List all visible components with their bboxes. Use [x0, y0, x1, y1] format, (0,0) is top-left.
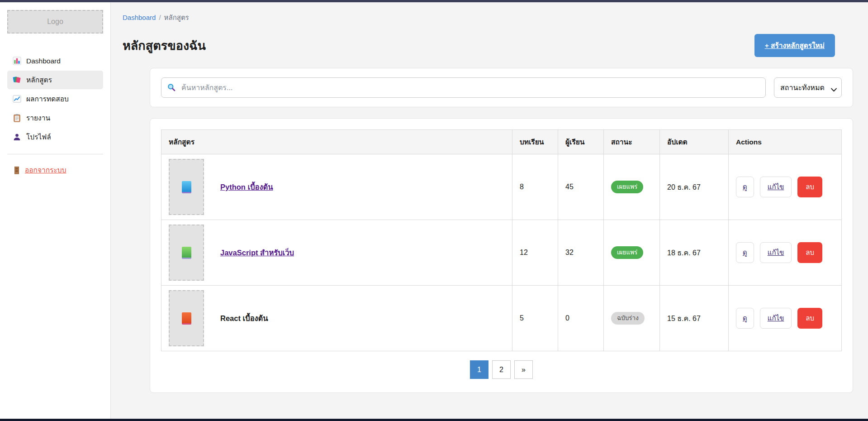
search-wrap	[161, 77, 766, 98]
main-content: Dashboard/หลักสูตร หลักสูตรของฉัน + สร้า…	[111, 2, 868, 419]
breadcrumb-separator: /	[159, 14, 161, 21]
actions-cell: ดู แก้ไข ลบ	[736, 177, 834, 197]
status-badge: เผยแพร่	[611, 246, 643, 259]
page-header: หลักสูตรของฉัน + สร้างหลักสูตรใหม่	[123, 34, 853, 57]
delete-button[interactable]: ลบ	[797, 242, 822, 263]
lessons-count: 5	[512, 286, 558, 351]
sidebar-item-label: ผลการทดสอบ	[26, 93, 69, 105]
course-title-link[interactable]: JavaScript สำหรับเว็บ	[220, 247, 294, 258]
lessons-count: 12	[512, 220, 558, 286]
course-title-text: React เบื้องต้น	[220, 312, 268, 324]
sidebar-divider	[7, 154, 103, 154]
course-thumbnail-placeholder	[169, 290, 204, 346]
sidebar-item-test-results[interactable]: ผลการทดสอบ	[7, 90, 103, 108]
green-book-icon	[182, 247, 191, 259]
status-filter-select[interactable]: สถานะทั้งหมด	[774, 77, 842, 98]
course-cell: Python เบื้องต้น	[169, 159, 505, 215]
course-thumbnail-placeholder	[169, 225, 204, 281]
breadcrumb: Dashboard/หลักสูตร	[123, 12, 853, 23]
search-icon	[167, 83, 176, 92]
course-cell: JavaScript สำหรับเว็บ	[169, 225, 505, 281]
status-badge: เผยแพร่	[611, 181, 643, 193]
lessons-count: 8	[512, 154, 558, 220]
breadcrumb-dashboard-link[interactable]: Dashboard	[123, 14, 156, 21]
course-title-link[interactable]: Python เบื้องต้น	[220, 181, 273, 193]
courses-table-card: หลักสูตร บทเรียน ผู้เรียน สถานะ อัปเดต A…	[150, 118, 853, 393]
bar-chart-icon	[13, 57, 21, 65]
header-status: สถานะ	[604, 130, 660, 154]
actions-cell: ดู แก้ไข ลบ	[736, 242, 834, 263]
sidebar-item-reports[interactable]: รายงาน	[7, 109, 103, 127]
orange-book-icon	[182, 312, 191, 325]
content-inner: สถานะทั้งหมด หลักสูตร	[150, 68, 853, 393]
view-button[interactable]: ดู	[736, 242, 754, 263]
header-updated: อัปเดต	[660, 130, 729, 154]
app-shell: Logo Dashboard หลักสูตร ผลการทดสอบ	[0, 2, 868, 419]
delete-button[interactable]: ลบ	[797, 177, 822, 197]
logo-placeholder: Logo	[7, 10, 103, 33]
updated-date: 18 ธ.ค. 67	[660, 220, 729, 286]
door-icon	[13, 166, 21, 174]
actions-cell: ดู แก้ไข ลบ	[736, 308, 834, 329]
view-button[interactable]: ดู	[736, 308, 754, 329]
header-actions: Actions	[729, 130, 842, 154]
logo-text: Logo	[47, 18, 63, 26]
students-count: 32	[558, 220, 604, 286]
blue-book-icon	[182, 181, 191, 193]
header-students: ผู้เรียน	[558, 130, 604, 154]
status-filter-wrap: สถานะทั้งหมด	[774, 77, 842, 98]
filter-bar: สถานะทั้งหมด	[150, 68, 853, 107]
updated-date: 20 ธ.ค. 67	[660, 154, 729, 220]
courses-table: หลักสูตร บทเรียน ผู้เรียน สถานะ อัปเดต A…	[161, 129, 842, 351]
sidebar-item-label: Dashboard	[26, 57, 61, 65]
course-cell: React เบื้องต้น	[169, 290, 505, 346]
breadcrumb-current: หลักสูตร	[164, 14, 189, 21]
line-chart-icon	[13, 95, 21, 103]
students-count: 45	[558, 154, 604, 220]
table-row: React เบื้องต้น 5 0 ฉบับร่าง 15 ธ.ค. 67 …	[161, 286, 842, 351]
sidebar-item-label: รายงาน	[26, 112, 50, 124]
create-course-button[interactable]: + สร้างหลักสูตรใหม่	[754, 34, 835, 57]
pagination-next[interactable]: »	[514, 360, 533, 379]
view-button[interactable]: ดู	[736, 177, 754, 197]
person-icon	[13, 133, 21, 141]
logout-link[interactable]: ออกจากระบบ	[13, 164, 66, 176]
sidebar-item-courses[interactable]: หลักสูตร	[7, 71, 103, 89]
search-input[interactable]	[161, 77, 766, 98]
pagination-page-2[interactable]: 2	[492, 360, 511, 379]
updated-date: 15 ธ.ค. 67	[660, 286, 729, 351]
edit-button[interactable]: แก้ไข	[760, 308, 792, 329]
edit-button[interactable]: แก้ไข	[760, 177, 792, 197]
table-row: JavaScript สำหรับเว็บ 12 32 เผยแพร่ 18 ธ…	[161, 220, 842, 286]
sidebar-nav: Dashboard หลักสูตร ผลการทดสอบ รายงาน	[7, 52, 103, 147]
sidebar-item-profile[interactable]: โปรไฟล์	[7, 128, 103, 146]
table-header-row: หลักสูตร บทเรียน ผู้เรียน สถานะ อัปเดต A…	[161, 130, 842, 154]
logout-label: ออกจากระบบ	[25, 164, 66, 176]
books-icon	[13, 76, 21, 84]
course-thumbnail-placeholder	[169, 159, 204, 215]
sidebar-item-label: โปรไฟล์	[26, 131, 51, 143]
table-row: Python เบื้องต้น 8 45 เผยแพร่ 20 ธ.ค. 67…	[161, 154, 842, 220]
sidebar-item-dashboard[interactable]: Dashboard	[7, 52, 103, 70]
sidebar-item-label: หลักสูตร	[26, 74, 52, 86]
header-lessons: บทเรียน	[512, 130, 558, 154]
pagination-page-1[interactable]: 1	[470, 360, 489, 379]
sidebar: Logo Dashboard หลักสูตร ผลการทดสอบ	[0, 2, 111, 419]
status-badge: ฉบับร่าง	[611, 312, 645, 325]
students-count: 0	[558, 286, 604, 351]
edit-button[interactable]: แก้ไข	[760, 242, 792, 263]
bottom-accent-bar	[0, 419, 868, 421]
header-course: หลักสูตร	[161, 130, 512, 154]
page-title: หลักสูตรของฉัน	[123, 36, 206, 55]
delete-button[interactable]: ลบ	[797, 308, 822, 329]
pagination: 1 2 »	[161, 360, 842, 379]
clipboard-icon	[13, 114, 21, 122]
